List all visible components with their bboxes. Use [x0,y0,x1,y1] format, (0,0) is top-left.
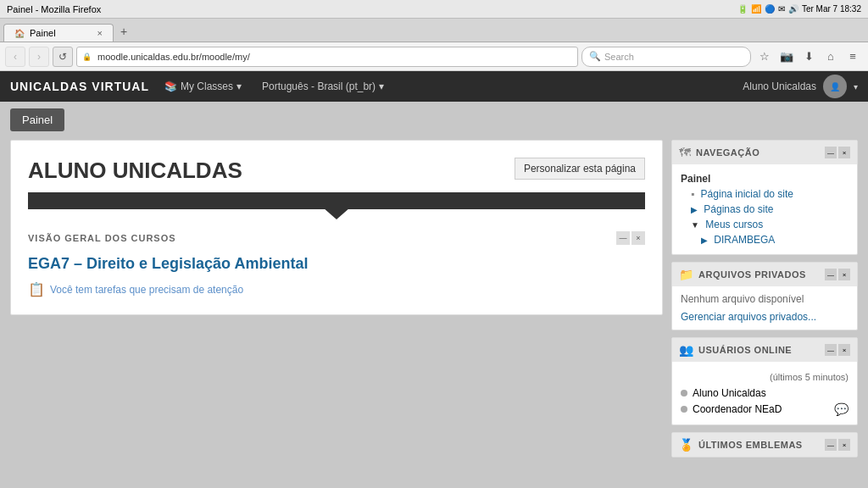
nav-dirambega-arrow: ▶ [701,236,708,245]
courses-section: VISÃO GERAL DOS CURSOS — × EGA7 – Direit… [11,218,662,314]
navegacao-widget: 🗺 NAVEGAÇÃO — × Painel ▪ Página inicial … [671,140,858,255]
browser-title: Painel - Mozilla Firefox [7,4,737,14]
usuarios-header: 👥 USUÁRIOS ONLINE — × [672,338,857,362]
online-dot-1 [681,390,687,396]
courses-controls: — × [616,231,645,245]
user-avatar[interactable]: 👤 [823,75,847,98]
reload-icon: ↺ [58,51,67,63]
usuarios-body: (últimos 5 minutos) Aluno Unicaldas Coor… [672,362,857,424]
nav-meus-cursos-item[interactable]: ▼ Meus cursos [681,217,849,232]
tab-label: Painel [30,28,56,38]
user-area: Aluno Unicaldas 👤 ▾ [743,75,858,98]
courses-header: VISÃO GERAL DOS CURSOS — × [28,231,645,245]
online-user-2: Coordenador NEaD 💬 [681,401,849,418]
usuarios-controls: — × [825,344,850,356]
search-bar[interactable]: 🔍 Search [581,47,751,67]
language-menu[interactable]: Português - Brasil (pt_br) ▾ [257,77,389,96]
active-tab[interactable]: 🏠 Painel × [3,24,114,42]
task-notice-text: Você tem tarefas que precisam de atenção [50,284,243,296]
tab-favicon: 🏠 [14,29,25,38]
new-tab-button[interactable]: + [114,21,134,42]
personalizar-button[interactable]: Personalizar esta página [515,158,645,180]
nav-icon-group: ☆ 📷 ⬇ ⌂ ≡ [754,47,863,67]
online-user-1: Aluno Unicaldas [681,385,849,401]
main-card: ALUNO UNICALDAS Personalizar esta página… [10,140,663,315]
emblemas-icon: 🏅 [679,438,693,452]
student-name: ALUNO UNICALDAS [28,158,242,184]
bookmark-icon[interactable]: ☆ [754,47,775,67]
navegacao-header: 🗺 NAVEGAÇÃO — × [672,141,857,164]
courses-title: VISÃO GERAL DOS CURSOS [28,233,176,243]
nav-bullet-icon: ▪ [691,188,694,200]
home-icon[interactable]: ⌂ [821,47,841,67]
usuarios-title: USUÁRIOS ONLINE [698,345,792,355]
navegacao-close-button[interactable]: × [838,147,850,158]
nav-down-arrow-icon: ▼ [691,220,699,230]
tab-bar: 🏠 Painel × + [0,19,868,42]
nav-pagina-inicial-link[interactable]: Página inicial do site [701,188,793,200]
my-classes-menu[interactable]: 📚 My Classes ▾ [159,77,247,96]
online-subtitle: (últimos 5 minutos) [681,369,849,385]
arquivos-title: ARQUIVOS PRIVADOS [698,269,806,280]
emblemas-close-button[interactable]: × [838,439,850,451]
arquivos-icon: 📁 [679,268,693,281]
navegacao-icon: 🗺 [679,146,691,159]
download-icon[interactable]: ⬇ [798,47,819,67]
back-button[interactable]: ‹ [5,47,25,67]
emblemas-title-area: 🏅 ÚLTIMOS EMBLEMAS [679,438,803,452]
emblemas-minimize-button[interactable]: — [825,439,837,451]
status-icons: 🔋 📶 🔵 ✉ 🔊 Ter Mar 7 18:32 [737,4,861,14]
language-label: Português - Brasil (pt_br) [262,80,376,92]
online-user-2-name: Coordenador NEaD [693,403,782,415]
arquivos-close-button[interactable]: × [838,269,850,280]
task-icon: 📋 [28,281,45,297]
address-text: moodle.unicaldas.edu.br/moodle/my/ [97,52,250,62]
nav-pagina-inicial-item[interactable]: ▪ Página inicial do site [681,186,849,202]
content-area: ALUNO UNICALDAS Personalizar esta página… [10,140,858,458]
nav-dirambega-item[interactable]: ▶ DIRAMBEGA [681,232,849,247]
arquivos-widget: 📁 ARQUIVOS PRIVADOS — × Nenhum arquivo d… [671,262,858,330]
usuarios-online-widget: 👥 USUÁRIOS ONLINE — × (últimos 5 minutos… [671,337,858,425]
usuarios-minimize-button[interactable]: — [825,344,837,356]
browser-nav-bar: ‹ › ↺ 🔒 moodle.unicaldas.edu.br/moodle/m… [0,42,868,71]
forward-icon: › [37,51,41,63]
emblemas-widget: 🏅 ÚLTIMOS EMBLEMAS — × [671,432,858,458]
address-bar[interactable]: 🔒 moodle.unicaldas.edu.br/moodle/my/ [76,47,578,67]
main-card-header: ALUNO UNICALDAS Personalizar esta página [11,141,662,192]
minimize-courses-button[interactable]: — [616,231,630,245]
reload-button[interactable]: ↺ [53,47,73,67]
menu-icon[interactable]: ≡ [843,47,863,67]
language-arrow: ▾ [379,80,384,92]
tab-close-button[interactable]: × [97,28,103,38]
forward-button[interactable]: › [29,47,49,67]
nav-meus-cursos-link[interactable]: Meus cursos [705,219,763,230]
my-classes-arrow: ▾ [236,80,242,92]
nav-paginas-site-link[interactable]: Páginas do site [704,203,773,215]
nav-arrow-icon: ▶ [691,205,698,214]
navegacao-minimize-button[interactable]: — [825,147,837,158]
screenshot-icon[interactable]: 📷 [776,47,797,67]
navegacao-title: NAVEGAÇÃO [696,147,760,158]
course-link[interactable]: EGA7 – Direito e Legislação Ambiental [28,255,645,273]
task-notice[interactable]: 📋 Você tem tarefas que precisam de atenç… [28,281,645,297]
arquivos-minimize-button[interactable]: — [825,269,837,280]
search-icon: 🔍 [589,51,601,62]
chat-icon[interactable]: 💬 [834,402,849,416]
close-courses-button[interactable]: × [632,231,645,245]
app-logo: UNICALDAS VIRTUAL [10,80,149,93]
arquivos-controls: — × [825,269,850,280]
arquivos-header: 📁 ARQUIVOS PRIVADOS — × [672,263,857,286]
navegacao-title-area: 🗺 NAVEGAÇÃO [679,146,760,159]
manage-files-link[interactable]: Gerenciar arquivos privados... [681,311,816,323]
usuarios-close-button[interactable]: × [838,344,850,356]
nav-paginas-site-item[interactable]: ▶ Páginas do site [681,202,849,217]
online-user-1-name: Aluno Unicaldas [693,387,766,399]
lock-icon: 🔒 [82,53,92,61]
my-classes-icon: 📚 [164,80,177,92]
arquivos-body: Nenhum arquivo disponível Gerenciar arqu… [672,286,857,330]
navegacao-body: Painel ▪ Página inicial do site ▶ Página… [672,164,857,254]
nav-dirambega-link[interactable]: DIRAMBEGA [714,234,775,246]
user-dropdown-arrow[interactable]: ▾ [854,82,858,92]
browser-title-bar: Painel - Mozilla Firefox 🔋 📶 🔵 ✉ 🔊 Ter M… [0,0,868,19]
painel-button[interactable]: Painel [10,108,64,131]
